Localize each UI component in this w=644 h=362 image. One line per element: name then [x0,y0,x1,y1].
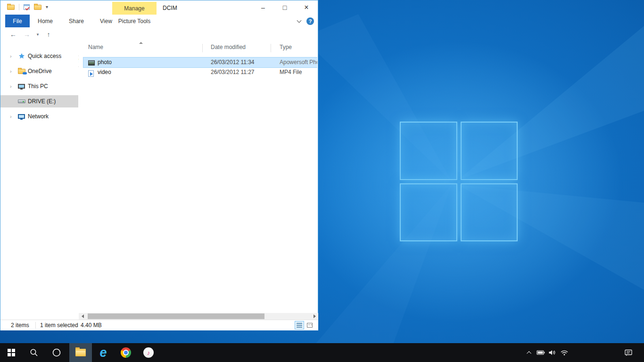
quick-access-star-icon [17,53,25,59]
taskbar-search-button[interactable] [23,343,45,362]
status-divider [35,322,36,329]
expander-chevron-icon[interactable]: › [10,83,14,89]
navigation-pane: › Quick access › OneDrive › This PC DRIV… [0,41,78,312]
scrollbar-thumb[interactable] [88,313,264,319]
search-icon [30,348,38,357]
onedrive-icon [17,69,25,74]
windows-logo [400,122,518,241]
action-center-button[interactable] [623,343,634,362]
sidebar-item-label: This PC [28,83,48,90]
tab-home[interactable]: Home [30,15,61,27]
scroll-right-arrow-icon[interactable] [311,313,318,320]
windows-start-icon [8,349,15,356]
help-icon[interactable]: ? [306,17,314,25]
column-divider[interactable] [271,44,271,52]
new-folder-icon[interactable] [34,5,41,10]
horizontal-scrollbar[interactable] [79,313,318,320]
minimize-button[interactable]: – [252,0,274,15]
scroll-left-arrow-icon[interactable] [79,313,86,320]
sidebar-item-label: OneDrive [28,68,52,74]
explorer-app-icon [7,5,15,10]
show-hidden-icons-button[interactable] [524,343,535,362]
internet-explorer-icon: e [99,346,107,359]
status-bar: 2 items 1 item selected 4.40 MB [0,320,318,330]
file-tab[interactable]: File [5,15,30,27]
recent-locations-chevron-icon[interactable]: ▾ [34,27,41,41]
customize-qat-chevron-icon[interactable]: ▾ [46,5,48,9]
file-row-photo[interactable]: photo 26/03/2012 11:34 Apowersoft Pho [83,58,317,67]
network-tray-icon[interactable] [559,343,570,362]
file-type: MP4 File [280,69,317,75]
selection-size: 4.40 MB [81,322,102,329]
toolbar-separator [19,4,19,10]
item-count: 2 items [11,322,29,329]
column-divider[interactable] [202,44,203,52]
sidebar-item-this-pc[interactable]: › This PC [0,80,78,92]
expander-chevron-icon[interactable]: › [10,68,14,74]
address-bar-row: ← → ▾ ↑ DRIVE (E:) › DCIM ▾ [0,27,318,41]
battery-tray-icon[interactable] [536,343,546,362]
drive-icon [17,99,25,103]
back-button[interactable]: ← [8,27,18,41]
column-header-type[interactable]: Type [280,44,292,50]
tab-picture-tools[interactable]: Picture Tools [112,15,157,27]
manage-contextual-tab[interactable]: Manage [112,2,157,15]
tab-share[interactable]: Share [61,15,92,27]
taskbar-file-explorer-button[interactable] [69,343,92,362]
start-button[interactable] [0,343,23,362]
windows-logo-pane [461,122,518,180]
maximize-button[interactable]: □ [274,0,296,15]
windows-logo-pane [400,122,457,180]
sort-ascending-icon [139,42,143,44]
sidebar-item-label: Quick access [28,53,61,59]
file-list: Name Date modified Type photo 26/03/2012… [79,41,317,312]
properties-icon[interactable] [24,4,30,10]
taskbar-itunes-button[interactable]: ♪ [137,343,160,362]
itunes-icon: ♪ [143,347,154,358]
windows-logo-pane [461,183,518,242]
details-view-button[interactable] [295,321,304,329]
ribbon-tab-row: File Home Share View Picture Tools ? [0,15,318,27]
expand-ribbon-icon[interactable] [297,18,302,23]
sidebar-item-label: Network [28,113,49,120]
quick-access-toolbar: ▾ [7,4,48,10]
cortana-button[interactable] [45,343,68,362]
volume-tray-icon[interactable] [547,343,557,362]
file-explorer-window: ▾ Manage DCIM – □ × File Home Share View… [0,0,318,330]
expander-chevron-icon[interactable]: › [10,53,14,59]
file-name: photo [98,59,112,66]
taskbar: e ♪ [0,343,644,362]
sidebar-item-network[interactable]: › Network [0,110,78,123]
network-icon [17,114,25,119]
column-header-name[interactable]: Name [88,44,103,50]
window-controls: – □ × [252,0,317,15]
title-bar: ▾ Manage DCIM – □ × [0,0,318,15]
chrome-icon [121,347,131,358]
taskbar-internet-explorer-button[interactable]: e [92,343,115,362]
caret-up-icon [527,351,531,355]
this-pc-icon [17,84,25,89]
file-date-modified: 26/03/2012 11:27 [211,69,255,75]
details-view-icon [297,323,302,328]
sidebar-item-onedrive[interactable]: › OneDrive [0,65,78,77]
large-icons-view-button[interactable] [305,321,314,329]
sidebar-item-quick-access[interactable]: › Quick access [0,50,78,62]
up-button[interactable]: ↑ [43,27,54,41]
file-row-video[interactable]: video 26/03/2012 11:27 MP4 File [83,67,317,77]
file-date-modified: 26/03/2012 11:34 [211,59,255,66]
sidebar-item-drive-e[interactable]: DRIVE (E:) [0,95,78,107]
file-type: Apowersoft Pho [280,59,317,66]
selection-count: 1 item selected [40,322,78,329]
window-title: DCIM [163,5,177,11]
ribbon-right-controls: ? [297,15,314,27]
close-button[interactable]: × [296,0,317,15]
column-header-date-modified[interactable]: Date modified [211,44,246,50]
cortana-circle-icon [52,348,61,357]
expander-chevron-icon[interactable]: › [10,114,14,119]
taskbar-chrome-button[interactable] [115,343,137,362]
forward-button[interactable]: → [22,27,32,41]
file-explorer-icon [75,349,86,356]
sidebar-item-label: DRIVE (E:) [28,98,56,105]
view-switcher [295,321,314,329]
large-icons-view-icon [307,323,313,328]
